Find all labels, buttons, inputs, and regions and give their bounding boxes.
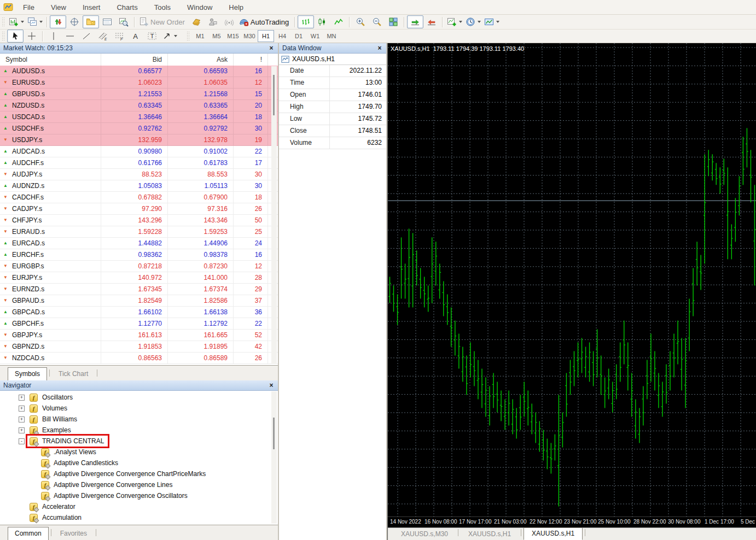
data-window-button[interactable] — [66, 15, 83, 28]
horizontal-line-button[interactable] — [62, 30, 78, 43]
close-icon[interactable]: × — [267, 44, 275, 52]
market-watch-row[interactable]: ▼CHFJPY.s143.296143.34650 — [0, 215, 278, 226]
tab-favorites[interactable]: Favorites — [54, 527, 94, 540]
menu-charts[interactable]: Charts — [108, 3, 146, 11]
navigator-item-bill-williams[interactable]: +fBill Williams — [0, 414, 270, 425]
market-watch-row[interactable]: ▲AUDNZD.s1.050831.0511330 — [0, 180, 278, 192]
text-button[interactable]: A — [127, 30, 144, 43]
line-chart-button[interactable] — [330, 15, 347, 28]
dropdown-caret-icon[interactable] — [478, 21, 481, 23]
market-watch-column-headers[interactable]: SymbolBidAsk! — [0, 54, 278, 66]
price-chart[interactable] — [388, 43, 756, 516]
expand-icon[interactable]: + — [19, 406, 25, 412]
equidistant-channel-button[interactable]: E — [95, 30, 111, 43]
zoom-in-button[interactable] — [352, 15, 369, 28]
tab-symbols[interactable]: Symbols — [8, 367, 47, 381]
menu-window[interactable]: Window — [179, 3, 220, 11]
close-icon[interactable]: × — [267, 381, 275, 390]
cursor-button[interactable] — [7, 30, 24, 43]
profiles-button[interactable] — [26, 15, 44, 28]
tab-common[interactable]: Common — [8, 527, 49, 540]
market-watch-row[interactable]: ▲GBPCAD.s1.661021.6613836 — [0, 307, 278, 318]
market-watch-row[interactable]: ▼NZDCAD.s0.865630.8658926 — [0, 353, 278, 364]
bar-chart-button[interactable] — [298, 15, 314, 28]
menu-view[interactable]: View — [43, 3, 74, 11]
tile-windows-button[interactable] — [385, 15, 402, 28]
market-watch-row[interactable]: ▼USDJPY.s132.959132.97819 — [0, 134, 278, 146]
crosshair-button[interactable] — [24, 30, 40, 43]
navigator-item-volumes[interactable]: +fVolumes — [0, 403, 270, 414]
market-watch-row[interactable]: ▼GBPAUD.s1.825491.8258637 — [0, 295, 278, 307]
chart-tab-xauusd-s-m30[interactable]: XAUUSD.s,M30 — [393, 529, 456, 540]
templates-button[interactable] — [482, 15, 501, 28]
chart-tab-xauusd-s-h1[interactable]: XAUUSD.s,H1 — [524, 527, 583, 540]
market-watch-row[interactable]: ▲EURCAD.s1.448821.4490624 — [0, 238, 278, 249]
market-watch-scrollbar[interactable] — [271, 66, 277, 364]
dropdown-caret-icon[interactable] — [496, 21, 499, 23]
new-chart-button[interactable] — [7, 15, 26, 28]
market-watch-row[interactable]: ▼CADJPY.s97.29097.31626 — [0, 203, 278, 215]
menu-help[interactable]: Help — [220, 3, 252, 11]
autotrading-button[interactable]: AutoTrading — [237, 15, 292, 28]
trendline-button[interactable] — [78, 30, 95, 43]
toolbar-grip[interactable] — [2, 17, 5, 27]
dropdown-caret-icon[interactable] — [21, 21, 24, 23]
auto-scroll-button[interactable] — [407, 15, 423, 28]
expand-icon[interactable]: + — [19, 395, 25, 401]
column-header-[interactable]: ! — [234, 54, 268, 66]
close-icon[interactable]: × — [376, 44, 383, 52]
signals-button[interactable] — [221, 15, 237, 28]
new-order-button[interactable]: New Order — [137, 15, 188, 28]
column-header-ask[interactable]: Ask — [168, 54, 234, 66]
periods-button[interactable] — [464, 15, 482, 28]
time-axis[interactable]: 14 Nov 202216 Nov 08:0017 Nov 17:0021 No… — [388, 516, 756, 528]
zoom-out-button[interactable] — [369, 15, 385, 28]
vertical-line-button[interactable] — [45, 30, 62, 43]
dropdown-caret-icon[interactable] — [39, 21, 43, 23]
market-watch-row[interactable]: ▼GBPNZD.s1.918531.9189542 — [0, 341, 278, 353]
terminal-button[interactable] — [99, 15, 115, 28]
navigator-item-adaptive-candlesticks[interactable]: fAdaptive Candlesticks — [0, 457, 270, 468]
chart-window[interactable]: XAUUSD.s,H1 1793.11 1794.39 1793.11 1793… — [387, 43, 756, 540]
scrollbar-thumb[interactable] — [273, 418, 275, 449]
toolbar-grip[interactable] — [187, 31, 190, 41]
tab-tick-chart[interactable]: Tick Chart — [52, 368, 95, 380]
market-watch-row[interactable]: ▼EURJPY.s140.972141.00028 — [0, 272, 278, 284]
metaeditor-button[interactable] — [188, 15, 205, 28]
market-watch-row[interactable]: ▼EURAUD.s1.592281.5925325 — [0, 226, 278, 238]
add-indicator-button[interactable] — [445, 15, 464, 28]
market-watch-row[interactable]: ▲AUDCAD.s0.909800.9100222 — [0, 146, 278, 157]
navigator-button[interactable] — [83, 15, 99, 28]
expand-icon[interactable]: + — [19, 416, 25, 422]
scrollbar-thumb[interactable] — [273, 75, 275, 115]
market-watch-row[interactable]: ▲USDCHF.s0.927620.9279230 — [0, 123, 278, 134]
market-watch-row[interactable]: ▼EURGBP.s0.872180.8723012 — [0, 261, 278, 272]
market-watch-row[interactable]: ▼GBPJPY.s161.613161.66552 — [0, 330, 278, 341]
timeframe-h1[interactable]: H1 — [258, 30, 274, 42]
chart-shift-button[interactable] — [423, 15, 440, 28]
arrows-button[interactable] — [160, 30, 179, 43]
mql5-community-button[interactable] — [205, 15, 221, 28]
timeframe-m1[interactable]: M1 — [192, 30, 208, 42]
navigator-item-adaptive-divergence-convergence-lines[interactable]: fAdaptive Divergence Convergence Lines — [0, 479, 270, 490]
navigator-item-accumulation[interactable]: fAccumulation — [0, 512, 270, 523]
navigator-item[interactable]: f — [0, 523, 270, 524]
market-watch-row[interactable]: ▲USDCAD.s1.366461.3666418 — [0, 111, 278, 123]
timeframe-m5[interactable]: M5 — [208, 30, 225, 42]
navigator-item--analyst-views[interactable]: f.Analyst Views — [0, 447, 270, 457]
timeframe-m30[interactable]: M30 — [241, 30, 258, 42]
navigator-item-oscillators[interactable]: +fOscillators — [0, 392, 270, 403]
navigator-item-accelerator[interactable]: fAccelerator — [0, 501, 270, 512]
column-header-bid[interactable]: Bid — [101, 54, 168, 66]
market-watch-row[interactable]: ▼EURNZD.s1.673451.6737429 — [0, 284, 278, 295]
market-watch-row[interactable]: ▲AUDCHF.s0.617660.6178317 — [0, 157, 278, 169]
text-label-button[interactable]: T — [144, 30, 160, 43]
navigator-scrollbar[interactable] — [271, 391, 277, 524]
menu-insert[interactable]: Insert — [74, 3, 109, 11]
timeframe-m15[interactable]: M15 — [225, 30, 241, 42]
timeframe-w1[interactable]: W1 — [307, 30, 323, 42]
chart-tab-xauusd-s-h1[interactable]: XAUUSD.s,H1 — [461, 529, 519, 540]
market-watch-row[interactable]: ▲EURCHF.s0.983620.9837816 — [0, 249, 278, 261]
timeframe-d1[interactable]: D1 — [290, 30, 307, 42]
menu-file[interactable]: File — [15, 3, 43, 11]
